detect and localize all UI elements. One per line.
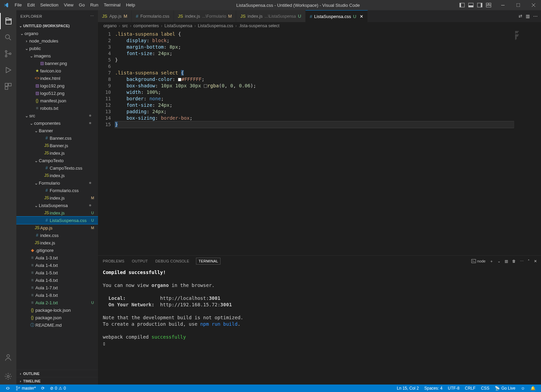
maximize-button[interactable] (510, 0, 526, 10)
breadcrumb-item[interactable]: ListaSuspensa.css (198, 23, 233, 28)
menu-selection[interactable]: Selection (37, 0, 61, 10)
file-package.json[interactable]: {}package.json (16, 314, 98, 321)
go-live[interactable]: 📡Go Live (492, 386, 518, 391)
file-aula 1-3.txt[interactable]: ≡Aula 1-3.txt (16, 254, 98, 261)
menu-go[interactable]: Go (76, 0, 87, 10)
source-control-icon[interactable] (0, 46, 16, 62)
timeline-section[interactable]: ›TIMELINE (16, 377, 98, 385)
file-aula 1-4.txt[interactable]: ≡Aula 1-4.txt (16, 261, 98, 269)
breadcrumb-item[interactable]: ListaSuspensa (164, 23, 192, 28)
git-branch[interactable]: master* (13, 386, 38, 391)
file-index.css[interactable]: #index.css (16, 232, 98, 239)
tab-index-js[interactable]: JSindex.js...\ListaSuspensaU (236, 10, 306, 22)
folder-public[interactable]: ⌄public (16, 45, 98, 52)
run-debug-icon[interactable] (0, 62, 16, 78)
file-package-lock.json[interactable]: {}package-lock.json (16, 306, 98, 314)
file-index.html[interactable]: <>index.html (16, 74, 98, 82)
tab-index-js[interactable]: JSindex.js...\FormularioM (174, 10, 236, 22)
language-mode[interactable]: CSS (478, 386, 492, 391)
folder-imagens[interactable]: ⌄imagens (16, 52, 98, 59)
more-actions-icon[interactable]: ⋯ (533, 14, 538, 19)
breadcrumb-item[interactable]: organo (103, 23, 117, 28)
panel-tab-terminal[interactable]: TERMINAL (196, 258, 220, 265)
file-logo512.png[interactable]: ▨logo512.png (16, 89, 98, 97)
folder-node_modules[interactable]: ›node_modules (16, 37, 98, 45)
panel-tab-debug-console[interactable]: DEBUG CONSOLE (155, 258, 190, 265)
panel-tab-problems[interactable]: PROBLEMS (102, 258, 125, 265)
tab-formulario-css[interactable]: #Formulario.css (132, 10, 174, 22)
menu-edit[interactable]: Edit (24, 0, 37, 10)
folder-campotexto[interactable]: ⌄CampoTexto (16, 157, 98, 164)
outline-section[interactable]: ›OUTLINE (16, 370, 98, 377)
cursor-position[interactable]: Ln 15, Col 2 (394, 386, 422, 391)
folder-organo[interactable]: ⌄organo (16, 30, 98, 37)
terminal-dropdown-icon[interactable]: ⌄ (497, 259, 501, 263)
file-formulario.css[interactable]: #Formulario.css (16, 187, 98, 194)
file-listasuspensa.css[interactable]: #ListaSuspensa.cssU (16, 217, 98, 224)
compare-changes-icon[interactable]: ⇄ (519, 14, 522, 19)
feedback[interactable]: ☺ (518, 386, 528, 391)
folder-listasuspensa[interactable]: ⌄ListaSuspensa (16, 202, 98, 209)
breadcrumb-item[interactable]: .lista-suspensa select (239, 23, 280, 28)
folder-componentes[interactable]: ⌄componentes (16, 119, 98, 127)
encoding[interactable]: UTF-8 (445, 386, 462, 391)
file-banner.css[interactable]: #Banner.css (16, 134, 98, 142)
accounts-icon[interactable] (0, 349, 16, 365)
panel-more-icon[interactable]: ⋯ (520, 259, 524, 263)
menu-help[interactable]: Help (123, 0, 138, 10)
menu-terminal[interactable]: Terminal (101, 0, 123, 10)
file-index.js[interactable]: JSindex.js (16, 172, 98, 179)
customize-layout-icon[interactable] (485, 1, 492, 9)
minimize-button[interactable] (495, 0, 510, 10)
terminal-output[interactable]: Compiled successfully! You can now view … (98, 267, 541, 385)
folder-src[interactable]: ⌄src (16, 112, 98, 119)
split-terminal-icon[interactable]: ▥ (505, 259, 508, 263)
file-aula 2-1.txt[interactable]: ≡Aula 2-1.txtU (16, 299, 98, 306)
workspace-section[interactable]: ⌄ UNTITLED (WORKSPACE) (16, 22, 98, 30)
file-manifest.json[interactable]: {}manifest.json (16, 97, 98, 104)
file-aula 1-5.txt[interactable]: ≡Aula 1-5.txt (16, 269, 98, 276)
sync-button[interactable]: ⟳ (38, 386, 47, 391)
file-aula 1-8.txt[interactable]: ≡Aula 1-8.txt (16, 291, 98, 299)
folder-banner[interactable]: ⌄Banner (16, 127, 98, 134)
folder-formulario[interactable]: ⌄Formulario (16, 179, 98, 187)
close-tab-icon[interactable]: ✕ (360, 14, 363, 19)
toggle-secondary-sidebar-icon[interactable] (476, 1, 483, 9)
maximize-panel-icon[interactable]: ˄ (528, 259, 530, 263)
file-banner.png[interactable]: ▨banner.png (16, 59, 98, 67)
file-aula 1-7.txt[interactable]: ≡Aula 1-7.txt (16, 284, 98, 291)
file-tree[interactable]: ⌄organo›node_modules⌄public⌄imagens▨bann… (16, 30, 98, 370)
sidebar-more-icon[interactable]: ⋯ (90, 14, 94, 18)
kill-terminal-icon[interactable]: 🗑 (512, 259, 516, 263)
file-readme.md[interactable]: ⓘREADME.md (16, 321, 98, 329)
file-logo192.png[interactable]: ▨logo192.png (16, 82, 98, 89)
file-index.js[interactable]: JSindex.jsM (16, 194, 98, 202)
extensions-icon[interactable] (0, 78, 16, 95)
eol[interactable]: CRLF (462, 386, 478, 391)
menu-view[interactable]: View (61, 0, 76, 10)
explorer-icon[interactable] (0, 13, 16, 29)
problems-status[interactable]: ⊘0 ⚠0 (47, 386, 68, 391)
menu-run[interactable]: Run (87, 0, 101, 10)
file-app.js[interactable]: JSApp.jsM (16, 224, 98, 232)
file-banner.js[interactable]: JSBanner.js (16, 142, 98, 149)
file-index.js[interactable]: JSindex.js (16, 239, 98, 246)
file-.gitignore[interactable]: ◆.gitignore (16, 246, 98, 254)
menu-file[interactable]: File (12, 0, 24, 10)
search-icon[interactable] (0, 29, 16, 46)
terminal-shell-label[interactable]: node (471, 259, 486, 263)
file-robots.txt[interactable]: ≡robots.txt (16, 104, 98, 112)
tab-listasuspensa-css[interactable]: #ListaSuspensa.cssU✕ (306, 10, 368, 22)
code-content[interactable]: .lista-suspensa label { display: block; … (115, 30, 514, 255)
file-index.js[interactable]: JSindex.js (16, 149, 98, 157)
close-panel-icon[interactable]: ✕ (534, 259, 537, 263)
file-aula 1-6.txt[interactable]: ≡Aula 1-6.txt (16, 276, 98, 284)
minimap[interactable]: ████ █████ █████ ████████ ██████████████… (514, 30, 541, 255)
toggle-panel-icon[interactable] (467, 1, 475, 9)
split-editor-icon[interactable]: ▥ (526, 14, 530, 19)
indentation[interactable]: Spaces: 4 (422, 386, 445, 391)
new-terminal-icon[interactable]: ＋ (490, 259, 493, 264)
breadcrumb-item[interactable]: componentes (133, 23, 159, 28)
close-button[interactable] (526, 0, 541, 10)
notifications-bell-icon[interactable]: 🔔 (528, 386, 538, 391)
